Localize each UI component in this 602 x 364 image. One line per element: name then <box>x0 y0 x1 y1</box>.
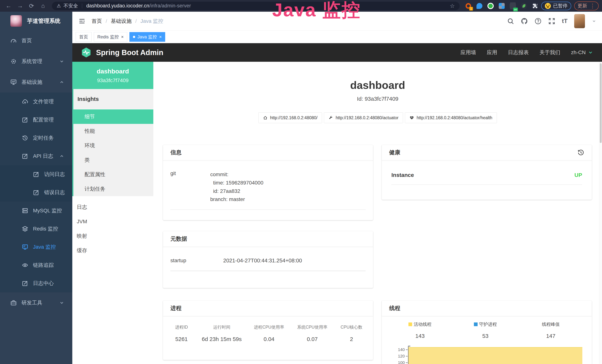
font-size-icon[interactable]: tT <box>562 18 568 24</box>
tab-redis-monitor[interactable]: Redis 监控 × <box>94 32 127 42</box>
health-row-instance[interactable]: Instance UP <box>391 172 582 185</box>
server-icon <box>22 207 28 214</box>
sidebar-item-tracing[interactable]: 链路追踪 <box>0 256 72 274</box>
info-row-value: commit: time: 1596289704000 id: 27aa832 … <box>210 171 263 203</box>
history-refresh-icon[interactable] <box>577 149 584 156</box>
sba-item-caches[interactable]: 缓存 <box>72 243 153 258</box>
sba-item-jvm[interactable]: JVM <box>72 214 153 229</box>
help-icon[interactable] <box>535 18 542 25</box>
health-url-button[interactable]: http://192.168.0.2:48080/actuator/health <box>405 112 497 123</box>
url-text[interactable]: dashboard.yudao.iocoder.cn/infra/admin-s… <box>86 3 191 9</box>
extensions-puzzle-icon[interactable] <box>532 2 538 10</box>
sba-item-mappings[interactable]: 映射 <box>72 229 153 243</box>
sba-nav-applications[interactable]: 应用 <box>487 49 497 56</box>
info-card-body: git commit: time: 1596289704000 id: 27aa… <box>163 161 373 210</box>
card-title-text: 进程 <box>170 304 182 312</box>
sidebar-item-file-management[interactable]: 文件管理 <box>0 93 72 111</box>
column-header: 进程CPU使用率 <box>248 324 290 330</box>
sidebar-item-access-logs[interactable]: 访问日志 <box>0 165 72 183</box>
sidebar-item-java-monitor[interactable]: Java 监控 <box>0 238 72 256</box>
extension-icon-orange[interactable]: 1 <box>465 2 472 10</box>
bookmark-star-icon[interactable]: ☆ <box>450 3 455 9</box>
scrollbar-track[interactable] <box>599 62 602 364</box>
sba-nav-wallboard[interactable]: 应用墙 <box>461 49 476 56</box>
browser-home-icon[interactable]: ⌂ <box>38 2 48 9</box>
instance-header: dashboard Id: 93a3fc7f7409 http://192.16… <box>153 62 602 123</box>
sba-brand[interactable]: Spring Boot Admin <box>81 47 163 58</box>
breadcrumb-home[interactable]: 首页 <box>92 18 102 25</box>
tab-home[interactable]: 首页 <box>76 32 92 42</box>
legend-label: 活动线程 <box>414 321 431 327</box>
wrench-icon <box>329 116 333 120</box>
sba-item-config-props[interactable]: 配置属性 <box>74 167 153 182</box>
column-header: 进程ID <box>167 324 196 330</box>
sidebar-item-config-management[interactable]: 配置管理 <box>0 111 72 129</box>
sidebar-item-infrastructure[interactable]: 基础设施 <box>0 72 72 93</box>
tab-java-monitor[interactable]: Java 监控 × <box>129 32 165 42</box>
browser-update-button[interactable]: 更新 ⋮ <box>574 1 599 11</box>
github-icon[interactable] <box>521 18 528 25</box>
browser-chrome: ← → ⟳ ⌂ ⚠ 不安全 dashboard.yudao.iocoder.cn… <box>0 0 602 12</box>
scrollbar-thumb[interactable] <box>600 63 602 143</box>
sba-item-metrics[interactable]: 性能 <box>74 124 153 138</box>
home-icon <box>263 116 268 120</box>
sba-item-logs[interactable]: 日志 <box>72 200 153 214</box>
sba-nav-about[interactable]: 关于我们 <box>539 49 560 56</box>
url-bar[interactable]: ⚠ 不安全 dashboard.yudao.iocoder.cn/infra/a… <box>52 2 460 10</box>
sba-content: dashboard Id: 93a3fc7f7409 http://192.16… <box>153 62 602 364</box>
service-url-button[interactable]: http://192.168.0.2:48080/ <box>258 112 322 123</box>
actuator-url: http://192.168.0.2:48080/actuator <box>336 115 398 120</box>
breadcrumb-infrastructure[interactable]: 基础设施 <box>111 18 132 25</box>
process-uptime: 6d 23h 15m 59s <box>196 336 248 342</box>
paused-profile-badge[interactable]: 已暂停 <box>541 2 571 10</box>
sidebar-item-system-management[interactable]: 系统管理 <box>0 51 72 72</box>
sidebar-item-redis-monitor[interactable]: Redis 监控 <box>0 220 72 238</box>
on-badge: on <box>513 8 518 11</box>
sba-nav-journal[interactable]: 日志报表 <box>508 49 529 56</box>
sba-item-classes[interactable]: 类 <box>74 153 153 167</box>
avatar-caret-down-icon[interactable] <box>592 19 596 23</box>
browser-forward-icon[interactable]: → <box>15 2 25 9</box>
brand-header[interactable]: 芋道管理系统 <box>0 12 72 30</box>
not-secure-label[interactable]: 不安全 <box>64 3 78 9</box>
sba-item-environment[interactable]: 环境 <box>74 138 153 153</box>
instance-links: http://192.168.0.2:48080/ http://192.168… <box>153 112 602 123</box>
sidebar-item-error-logs[interactable]: 错误日志 <box>0 183 72 202</box>
sidebar-item-mysql-monitor[interactable]: MySQL 监控 <box>0 202 72 220</box>
sidebar-item-dev-tools[interactable]: 研发工具 <box>0 292 72 313</box>
live-threads-area-series <box>408 347 582 364</box>
sba-item-label: 细节 <box>85 113 95 120</box>
sba-item-details[interactable]: 细节 <box>72 109 153 124</box>
extension-icon-grid[interactable] <box>498 2 505 10</box>
extension-icon-leaf[interactable] <box>520 2 527 10</box>
extension-icon-on[interactable]: on <box>509 2 516 10</box>
close-icon[interactable]: × <box>159 34 162 40</box>
sba-item-scheduled-tasks[interactable]: 计划任务 <box>74 182 153 196</box>
hamburger-icon[interactable] <box>78 17 86 25</box>
sba-app-header[interactable]: dashboard 93a3fc7f7409 <box>72 62 153 89</box>
extension-icon-green[interactable] <box>487 2 494 10</box>
threads-chart-yaxis: 140 120 100 <box>387 346 408 364</box>
browser-reload-icon[interactable]: ⟳ <box>26 2 37 10</box>
actuator-url-button[interactable]: http://192.168.0.2:48080/actuator <box>324 112 403 123</box>
sba-locale-select[interactable]: zh-CN <box>571 50 593 55</box>
sba-brand-name: Spring Boot Admin <box>96 48 163 57</box>
sidebar-item-home[interactable]: 首页 <box>0 30 72 51</box>
sidebar-item-scheduled-tasks[interactable]: 定时任务 <box>0 129 72 147</box>
extension-icon-pin[interactable] <box>476 2 483 10</box>
fullscreen-icon[interactable] <box>548 18 555 25</box>
legend-label: 守护进程 <box>479 321 497 327</box>
search-icon[interactable] <box>507 18 514 25</box>
avatar[interactable] <box>574 14 585 28</box>
browser-back-icon[interactable]: ← <box>3 2 14 9</box>
tab-label: Java 监控 <box>137 34 157 40</box>
brand-logo-image <box>10 15 22 27</box>
sidebar-item-log-center[interactable]: 日志中心 <box>0 274 72 292</box>
sidebar-item-api-logs[interactable]: API 日志 <box>0 147 72 165</box>
threads-legend-labels: 活动线程 守护进程 线程峰值 <box>387 321 583 327</box>
close-icon[interactable]: × <box>121 34 124 40</box>
card-title-text: 信息 <box>170 149 182 156</box>
browser-menu-dots-icon[interactable]: ⋮ <box>590 3 595 9</box>
edit-icon <box>22 117 28 123</box>
sba-item-label: 配置属性 <box>85 171 105 178</box>
